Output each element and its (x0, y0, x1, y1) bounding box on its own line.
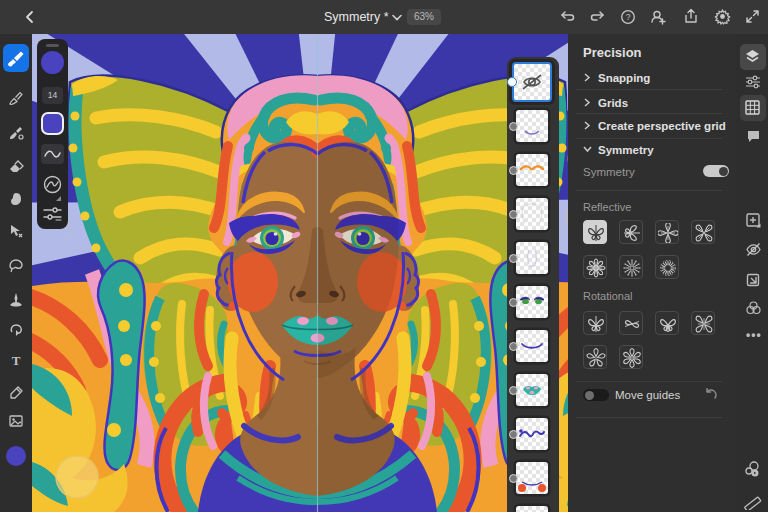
svg-text:T: T (12, 353, 21, 368)
svg-text:?: ? (626, 12, 631, 22)
